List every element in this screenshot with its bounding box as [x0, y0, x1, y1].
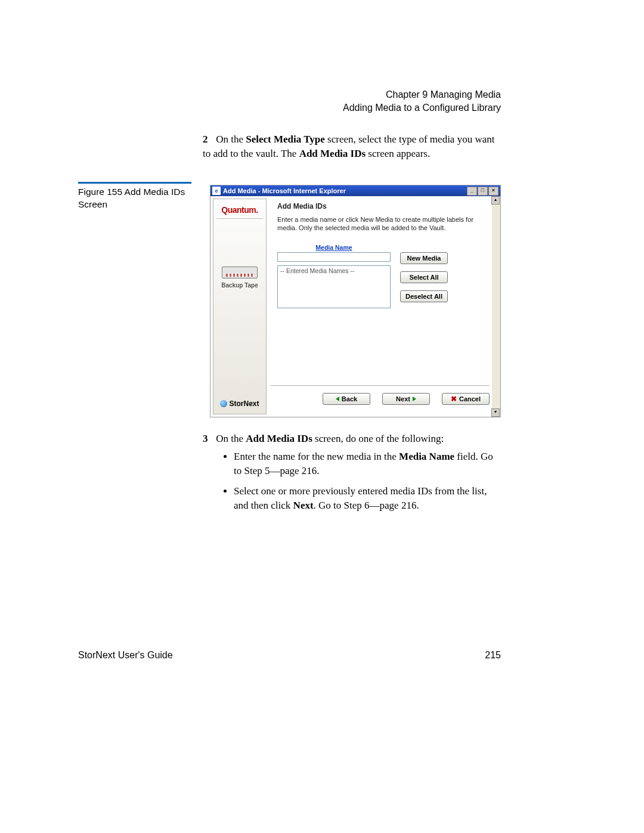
- cancel-label: Cancel: [459, 395, 481, 402]
- tape-icon: [222, 267, 258, 278]
- tape-label: Backup Tape: [221, 282, 258, 289]
- bullet-item: Select one or more previously entered me…: [234, 484, 502, 513]
- figure-caption: Figure 155 Add Media IDs Screen: [78, 182, 191, 210]
- back-label: Back: [342, 395, 357, 402]
- ie-icon: e: [212, 187, 221, 195]
- titlebar: e Add Media - Microsoft Internet Explore…: [210, 185, 500, 196]
- step-text: On the: [216, 134, 246, 145]
- footer-guide: StorNext User's Guide: [78, 650, 173, 661]
- window-title: Add Media - Microsoft Internet Explorer: [223, 187, 346, 194]
- media-names-listbox[interactable]: -- Entered Media Names --: [277, 265, 391, 308]
- bold-media-name: Media Name: [399, 451, 454, 462]
- bold-select-media-type: Select Media Type: [246, 134, 325, 145]
- instructions: Enter a media name or click New Media to…: [277, 215, 484, 232]
- close-button[interactable]: ×: [488, 187, 499, 196]
- arrow-right-icon: [413, 397, 416, 401]
- minimize-button[interactable]: _: [467, 187, 477, 196]
- scroll-up-icon[interactable]: ▴: [491, 196, 500, 205]
- wizard-footer: Back Next ✖ Cancel: [270, 385, 490, 405]
- bold-add-media-ids: Add Media IDs: [299, 148, 366, 159]
- media-name-label: Media Name: [277, 244, 391, 251]
- panel-heading: Add Media IDs: [277, 202, 484, 210]
- step-number: 3: [203, 432, 213, 446]
- step-text: screen, do one of the following:: [312, 433, 444, 444]
- brand-logo: Quantum.: [216, 205, 263, 219]
- bullet-text: Enter the name for the new media in the: [234, 451, 399, 462]
- back-button[interactable]: Back: [323, 393, 370, 405]
- bold-next: Next: [293, 500, 314, 511]
- step-2: 2 On the Select Media Type screen, selec…: [203, 132, 502, 161]
- step-text: On the: [216, 433, 246, 444]
- step-number: 2: [203, 132, 213, 147]
- bullet-text: . Go to Step 6—page 216.: [314, 500, 419, 511]
- step-3: 3 On the Add Media IDs screen, do one of…: [203, 432, 502, 519]
- screenshot-window: e Add Media - Microsoft Internet Explore…: [210, 185, 501, 417]
- scroll-down-icon[interactable]: ▾: [491, 408, 500, 417]
- bullet-item: Enter the name for the new media in the …: [234, 450, 502, 478]
- bold-add-media-ids: Add Media IDs: [246, 433, 312, 444]
- product-name: StorNext: [229, 400, 259, 408]
- step-text: screen appears.: [366, 148, 430, 159]
- arrow-left-icon: [336, 397, 339, 401]
- chapter-label: Chapter 9 Managing Media: [343, 88, 501, 101]
- product-logo: StorNext: [220, 400, 259, 408]
- next-button[interactable]: Next: [382, 393, 430, 405]
- select-all-button[interactable]: Select All: [400, 271, 448, 283]
- sidebar: Quantum. Backup Tape StorNext: [213, 199, 267, 414]
- cancel-button[interactable]: ✖ Cancel: [442, 393, 490, 405]
- deselect-all-button[interactable]: Deselect All: [400, 290, 448, 302]
- new-media-button[interactable]: New Media: [400, 252, 448, 264]
- page-header: Chapter 9 Managing Media Adding Media to…: [343, 88, 501, 114]
- globe-icon: [220, 400, 227, 407]
- maximize-button[interactable]: □: [478, 187, 488, 196]
- main-panel: Add Media IDs Enter a media name or clic…: [269, 196, 492, 417]
- next-label: Next: [396, 395, 410, 402]
- page-number: 215: [485, 650, 501, 661]
- media-name-input[interactable]: [277, 252, 391, 262]
- section-label: Adding Media to a Configured Library: [343, 101, 501, 114]
- x-icon: ✖: [451, 395, 457, 403]
